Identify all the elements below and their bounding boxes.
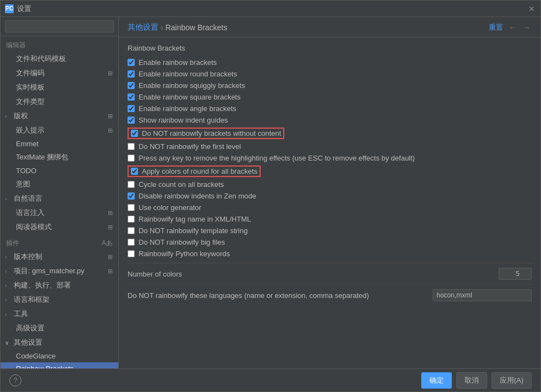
sidebar-item-file-encoding[interactable]: 文件编码 ⊞ [1,66,118,80]
arrow-icon-4: › [5,268,12,274]
sidebar-item-lang-inject[interactable]: 语言注入 ⊞ [1,206,118,220]
no-template-label[interactable]: Do NOT rainbowify template string [139,227,247,235]
sidebar-item-tools[interactable]: ›工具 [1,307,118,321]
show-indent-label[interactable]: Show rainbow indent guides [139,116,228,124]
enable-squiggly-checkbox[interactable] [128,82,135,89]
no-big-files-label[interactable]: Do NOT rainbowify big files [139,238,225,246]
content-body: Rainbow Brackets Enable rainbow brackets… [119,37,540,368]
checkbox-show-indent: Show rainbow indent guides [128,114,532,126]
disable-zen-label[interactable]: Disable rainbow indents in Zen mode [139,192,256,200]
disable-zen-checkbox[interactable] [128,192,135,200]
no-content-checkbox[interactable] [131,130,138,137]
sidebar-item-lang-frame[interactable]: ›语言和框架 [1,292,118,307]
press-key-label[interactable]: Press any key to remove the highlighting… [139,154,415,162]
breadcrumb: 其他设置 › Rainbow Brackets [128,23,228,32]
sidebar-item-natural-lang[interactable]: ›自然语言 [1,191,118,206]
sidebar-item-rainbow-brackets[interactable]: Rainbow Brackets [1,362,118,368]
enable-round-checkbox[interactable] [128,70,135,78]
rainbowify-tag-label[interactable]: Rainbowify tag name in XML/HTML [139,215,251,223]
sidebar-item-inlays[interactable]: 嵌入提示 ⊞ [1,123,118,137]
cancel-button[interactable]: 取消 [456,372,487,389]
nav-forward-button[interactable]: → [522,23,532,32]
no-first-level-checkbox[interactable] [128,143,135,150]
checkbox-enable-squiggly: Enable rainbow squiggly brackets [128,80,532,91]
enable-round-label[interactable]: Enable rainbow round brackets [139,70,237,78]
checkbox-no-first-level: Do NOT rainbowify the first level [128,141,532,152]
languages-input[interactable] [433,289,532,301]
arrow-icon-5: › [5,283,12,289]
sidebar-item-file-code-templates[interactable]: 文件和代码模板 [1,52,118,66]
arrow-icon-2: › [5,196,12,202]
python-keywords-label[interactable]: Rainbowify Python keywords [139,250,230,258]
sidebar-item-todo[interactable]: TODO [1,164,118,177]
highlighted-apply-colors: Apply colors of round for all brackets [128,165,261,177]
checkbox-disable-zen: Disable rainbow indents in Zen mode [128,190,532,202]
sidebar-item-reader-mode[interactable]: 阅读器模式 ⊞ [1,220,118,234]
python-keywords-checkbox[interactable] [128,250,135,257]
file-encoding-icon: ⊞ [108,70,113,77]
ok-button[interactable]: 确定 [421,372,452,389]
sidebar-item-project-gms[interactable]: ›项目: gms_matcher.py ⊞ [1,264,118,278]
checkbox-no-template: Do NOT rainbowify template string [128,225,532,236]
sidebar-item-intentions[interactable]: 意图 [1,177,118,191]
enable-square-checkbox[interactable] [128,93,135,101]
sidebar-item-emmet[interactable]: Emmet [1,137,118,150]
help-button[interactable]: ? [9,374,21,387]
sidebar-item-version-ctrl[interactable]: ›版本控制 ⊞ [1,250,118,264]
apply-button[interactable]: 应用(A) [492,372,532,389]
cycle-count-checkbox[interactable] [128,181,135,188]
enable-angle-checkbox[interactable] [128,105,135,112]
languages-row: Do NOT rainbowify these languages (name … [128,284,532,306]
no-first-level-label[interactable]: Do NOT rainbowify the first level [139,142,241,151]
apply-colors-label[interactable]: Apply colors of round for all brackets [142,167,257,175]
number-of-colors-label: Number of colors [128,270,182,278]
no-big-files-checkbox[interactable] [128,239,135,246]
enable-angle-label[interactable]: Enable rainbow angle brackets [139,104,236,113]
reset-button[interactable]: 重置 [489,23,503,32]
footer: ? 确定 取消 应用(A) [1,368,540,391]
title-bar: PC 设置 ✕ [1,1,540,17]
sidebar-item-advanced[interactable]: 高级设置 [1,321,118,335]
rainbowify-tag-checkbox[interactable] [128,216,135,223]
apply-colors-checkbox[interactable] [131,168,138,175]
content-header: 其他设置 › Rainbow Brackets 重置 ← → [119,17,540,37]
content-panel: 其他设置 › Rainbow Brackets 重置 ← → Rainbow B… [119,17,540,368]
sidebar-item-file-types[interactable]: 文件类型 [1,95,118,109]
no-template-checkbox[interactable] [128,227,135,234]
sidebar-item-codeglance[interactable]: CodeGlance [1,350,118,362]
reader-mode-icon: ⊞ [108,224,113,231]
color-gen-checkbox[interactable] [128,204,135,211]
nav-back-button[interactable]: ← [507,23,517,32]
sidebar-item-textmate[interactable]: TextMate 捆绑包 [1,150,118,164]
breadcrumb-parent[interactable]: 其他设置 [128,23,158,32]
footer-right: 确定 取消 应用(A) [421,372,532,389]
checkbox-press-key: Press any key to remove the highlighting… [128,152,532,164]
sidebar-item-build-deploy[interactable]: ›构建、执行、部署 [1,278,118,292]
no-content-label[interactable]: Do NOT rainbowify brackets without conte… [142,129,281,137]
highlighted-bracket-content: Do NOT rainbowify brackets without conte… [128,128,284,139]
breadcrumb-current: Rainbow Brackets [165,23,228,32]
checkbox-color-gen: Use color generator [128,202,532,213]
highlighted-row-1: Do NOT rainbowify brackets without conte… [128,127,532,140]
arrow-icon-8: ∨ [5,340,12,346]
sidebar-item-copyright[interactable]: ›版权 ⊞ [1,109,118,123]
sidebar-item-other-settings[interactable]: ∨其他设置 [1,335,118,350]
show-indent-checkbox[interactable] [128,117,135,124]
press-key-checkbox[interactable] [128,154,135,162]
highlighted-row-2: Apply colors of round for all brackets [128,165,532,178]
section-label-editor: 编辑器 [1,36,118,52]
enable-square-label[interactable]: Enable rainbow square brackets [139,93,241,101]
enable-rainbow-checkbox[interactable] [128,59,135,66]
color-gen-label[interactable]: Use color generator [139,203,201,212]
enable-rainbow-label[interactable]: Enable rainbow brackets [139,58,217,67]
search-input[interactable] [5,20,114,32]
sidebar-item-live-templates[interactable]: 实时模板 [1,80,118,95]
enable-squiggly-label[interactable]: Enable rainbow squiggly brackets [139,81,245,90]
sidebar-navigation: 编辑器 文件和代码模板 文件编码 ⊞ 实时模板 文件类型 ›版权 ⊞ 嵌入提示 [1,36,118,368]
cycle-count-label[interactable]: Cycle count on all brackets [139,180,224,189]
close-button[interactable]: ✕ [527,4,536,13]
version-ctrl-icon: ⊞ [108,253,113,261]
checkbox-enable-square: Enable rainbow square brackets [128,91,532,103]
number-of-colors-input[interactable] [499,268,532,280]
arrow-icon: › [5,113,12,119]
